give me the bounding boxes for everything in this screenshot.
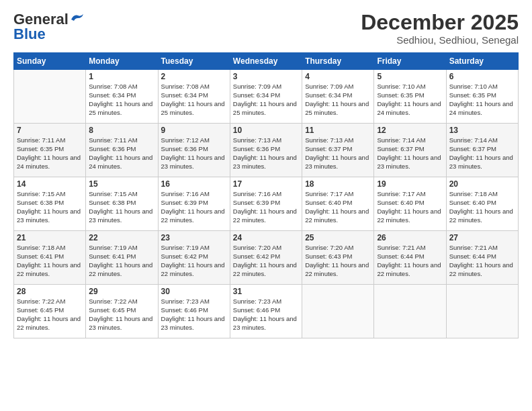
cell-info: Sunrise: 7:23 AMSunset: 6:46 PMDaylight:… [233,298,297,330]
month-title: December 2025 [361,11,519,34]
day-number: 9 [161,126,227,135]
day-number: 26 [377,233,443,242]
calendar-cell: 16Sunrise: 7:16 AMSunset: 6:39 PMDayligh… [158,177,230,231]
cell-info: Sunrise: 7:16 AMSunset: 6:39 PMDaylight:… [233,190,297,223]
day-number: 18 [305,179,371,189]
cell-info: Sunrise: 7:18 AMSunset: 6:41 PMDaylight:… [17,244,81,277]
cell-info: Sunrise: 7:21 AMSunset: 6:44 PMDaylight:… [449,244,513,277]
cell-info: Sunrise: 7:10 AMSunset: 6:35 PMDaylight:… [449,83,513,116]
header-monday: Monday [86,53,158,70]
calendar-week-2: 7Sunrise: 7:11 AMSunset: 6:35 PMDaylight… [14,124,519,177]
cell-info: Sunrise: 7:17 AMSunset: 6:40 PMDaylight:… [305,190,369,223]
cell-info: Sunrise: 7:23 AMSunset: 6:46 PMDaylight:… [161,298,225,330]
day-number: 24 [233,233,299,242]
calendar-cell: 8Sunrise: 7:11 AMSunset: 6:36 PMDaylight… [86,124,158,177]
day-number: 1 [89,72,154,81]
day-number: 29 [89,287,154,296]
cell-info: Sunrise: 7:21 AMSunset: 6:44 PMDaylight:… [377,244,441,277]
calendar-cell: 23Sunrise: 7:19 AMSunset: 6:42 PMDayligh… [158,231,230,285]
day-number: 25 [305,233,371,242]
calendar-cell: 24Sunrise: 7:20 AMSunset: 6:42 PMDayligh… [230,231,302,285]
cell-info: Sunrise: 7:13 AMSunset: 6:37 PMDaylight:… [305,136,369,169]
calendar-cell: 31Sunrise: 7:23 AMSunset: 6:46 PMDayligh… [230,285,302,338]
calendar-cell: 12Sunrise: 7:14 AMSunset: 6:37 PMDayligh… [374,124,446,177]
calendar-cell: 30Sunrise: 7:23 AMSunset: 6:46 PMDayligh… [158,285,230,338]
day-number: 15 [89,179,154,189]
cell-info: Sunrise: 7:22 AMSunset: 6:45 PMDaylight:… [89,298,152,330]
cell-info: Sunrise: 7:16 AMSunset: 6:39 PMDaylight:… [161,190,225,223]
header-sunday: Sunday [14,53,86,70]
calendar-cell: 6Sunrise: 7:10 AMSunset: 6:35 PMDaylight… [446,70,518,124]
day-number: 27 [449,233,515,242]
cell-info: Sunrise: 7:18 AMSunset: 6:40 PMDaylight:… [449,190,513,223]
day-number: 31 [233,287,299,296]
calendar-cell: 2Sunrise: 7:08 AMSunset: 6:34 PMDaylight… [158,70,230,124]
day-number: 14 [17,179,83,189]
cell-info: Sunrise: 7:20 AMSunset: 6:43 PMDaylight:… [305,244,369,277]
calendar-cell: 10Sunrise: 7:13 AMSunset: 6:36 PMDayligh… [230,124,302,177]
day-number: 13 [449,126,515,135]
calendar-week-3: 14Sunrise: 7:15 AMSunset: 6:38 PMDayligh… [14,177,519,231]
calendar-cell: 28Sunrise: 7:22 AMSunset: 6:45 PMDayligh… [14,285,86,338]
cell-info: Sunrise: 7:10 AMSunset: 6:35 PMDaylight:… [377,83,441,116]
calendar-cell [446,285,518,338]
calendar-cell: 29Sunrise: 7:22 AMSunset: 6:45 PMDayligh… [86,285,158,338]
location: Sedhiou, Sedhiou, Senegal [361,34,519,46]
day-number: 19 [377,179,443,189]
day-number: 23 [161,233,227,242]
day-number: 17 [233,179,299,189]
cell-info: Sunrise: 7:17 AMSunset: 6:40 PMDaylight:… [377,190,441,223]
cell-info: Sunrise: 7:19 AMSunset: 6:41 PMDaylight:… [89,244,152,277]
calendar-cell: 18Sunrise: 7:17 AMSunset: 6:40 PMDayligh… [302,177,374,231]
logo: General Blue [13,11,85,43]
day-number: 21 [17,233,83,242]
day-number: 7 [17,126,83,135]
day-number: 20 [449,179,515,189]
day-number: 3 [233,72,299,81]
calendar-cell: 25Sunrise: 7:20 AMSunset: 6:43 PMDayligh… [302,231,374,285]
calendar-cell: 5Sunrise: 7:10 AMSunset: 6:35 PMDaylight… [374,70,446,124]
cell-info: Sunrise: 7:14 AMSunset: 6:37 PMDaylight:… [377,136,441,169]
day-number: 11 [305,126,371,135]
calendar-cell: 1Sunrise: 7:08 AMSunset: 6:34 PMDaylight… [86,70,158,124]
calendar-cell: 21Sunrise: 7:18 AMSunset: 6:41 PMDayligh… [14,231,86,285]
cell-info: Sunrise: 7:20 AMSunset: 6:42 PMDaylight:… [233,244,297,277]
cell-info: Sunrise: 7:08 AMSunset: 6:34 PMDaylight:… [161,83,225,116]
header-row: Sunday Monday Tuesday Wednesday Thursday… [14,53,519,70]
logo-bird-icon [70,13,85,24]
calendar-cell: 13Sunrise: 7:14 AMSunset: 6:37 PMDayligh… [446,124,518,177]
calendar-cell: 4Sunrise: 7:09 AMSunset: 6:34 PMDaylight… [302,70,374,124]
day-number: 10 [233,126,299,135]
calendar-cell: 11Sunrise: 7:13 AMSunset: 6:37 PMDayligh… [302,124,374,177]
day-number: 2 [161,72,227,81]
calendar-week-5: 28Sunrise: 7:22 AMSunset: 6:45 PMDayligh… [14,285,519,338]
day-number: 6 [449,72,515,81]
day-number: 4 [305,72,371,81]
header-tuesday: Tuesday [158,53,230,70]
cell-info: Sunrise: 7:19 AMSunset: 6:42 PMDaylight:… [161,244,225,277]
day-number: 30 [161,287,227,296]
day-number: 8 [89,126,154,135]
calendar-header: Sunday Monday Tuesday Wednesday Thursday… [14,53,519,70]
cell-info: Sunrise: 7:12 AMSunset: 6:36 PMDaylight:… [161,136,225,169]
calendar-week-1: 1Sunrise: 7:08 AMSunset: 6:34 PMDaylight… [14,70,519,124]
calendar-cell: 26Sunrise: 7:21 AMSunset: 6:44 PMDayligh… [374,231,446,285]
cell-info: Sunrise: 7:13 AMSunset: 6:36 PMDaylight:… [233,136,297,169]
calendar-cell: 22Sunrise: 7:19 AMSunset: 6:41 PMDayligh… [86,231,158,285]
day-number: 12 [377,126,443,135]
logo-blue: Blue [13,26,46,43]
title-block: December 2025 Sedhiou, Sedhiou, Senegal [361,11,519,46]
calendar-cell: 19Sunrise: 7:17 AMSunset: 6:40 PMDayligh… [374,177,446,231]
calendar-cell: 20Sunrise: 7:18 AMSunset: 6:40 PMDayligh… [446,177,518,231]
cell-info: Sunrise: 7:14 AMSunset: 6:37 PMDaylight:… [449,136,513,169]
calendar-table: Sunday Monday Tuesday Wednesday Thursday… [13,52,519,338]
calendar-cell: 17Sunrise: 7:16 AMSunset: 6:39 PMDayligh… [230,177,302,231]
day-number: 28 [17,287,83,296]
header-friday: Friday [374,53,446,70]
cell-info: Sunrise: 7:11 AMSunset: 6:36 PMDaylight:… [89,136,152,169]
day-number: 16 [161,179,227,189]
cell-info: Sunrise: 7:08 AMSunset: 6:34 PMDaylight:… [89,83,152,116]
header-saturday: Saturday [446,53,518,70]
cell-info: Sunrise: 7:22 AMSunset: 6:45 PMDaylight:… [17,298,81,330]
cell-info: Sunrise: 7:09 AMSunset: 6:34 PMDaylight:… [233,83,297,116]
